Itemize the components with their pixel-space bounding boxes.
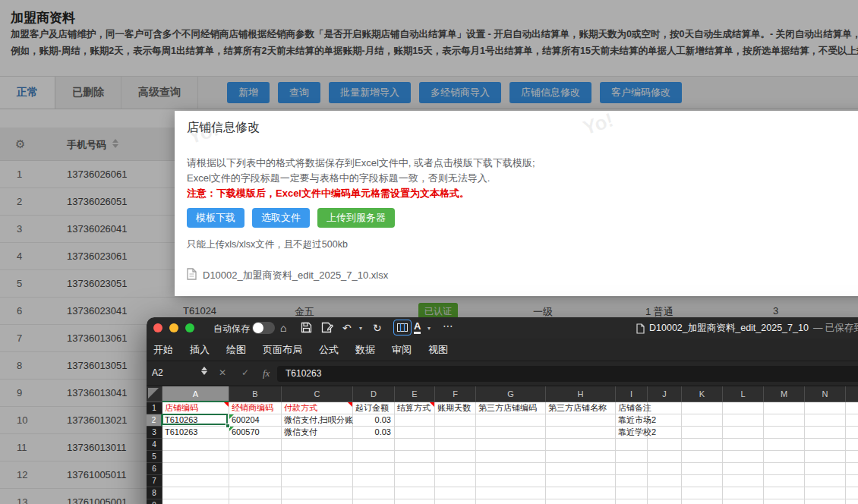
cell-F6[interactable] (435, 463, 476, 475)
font-color-icon[interactable]: A (414, 321, 421, 334)
cell-E7[interactable] (395, 475, 435, 487)
cell-A6[interactable] (162, 463, 229, 475)
cell-L7[interactable] (723, 475, 764, 487)
cell-M7[interactable] (764, 475, 805, 487)
cell-B3[interactable]: 600570 (229, 427, 282, 439)
close-window-button[interactable] (153, 323, 162, 332)
row-header-6[interactable]: 6 (147, 463, 162, 475)
cell-J2[interactable] (648, 414, 682, 427)
cell-B4[interactable] (229, 439, 282, 451)
cell-L4[interactable] (723, 439, 764, 451)
cell-I2[interactable]: 靠近市场2 (616, 414, 648, 427)
cell-P1[interactable] (846, 402, 858, 414)
cell-M1[interactable] (764, 402, 805, 414)
row-header-7[interactable]: 7 (147, 475, 162, 487)
cell-L6[interactable] (723, 463, 764, 475)
cell-L2[interactable] (723, 414, 764, 427)
cell-K4[interactable] (682, 439, 723, 451)
column-header-partial[interactable] (846, 386, 858, 402)
insert-function-icon[interactable]: fx (263, 367, 270, 380)
cell-G9[interactable] (476, 499, 546, 504)
cell-I5[interactable] (616, 451, 648, 463)
cell-P3[interactable] (846, 427, 858, 439)
cell-I3[interactable]: 靠近学校2 (616, 427, 648, 439)
cell-G1[interactable]: 第三方店铺编码 (476, 402, 546, 414)
cell-K6[interactable] (682, 463, 723, 475)
template-download-button[interactable]: 模板下载 (187, 208, 244, 228)
cell-I9[interactable] (616, 499, 648, 504)
cell-D7[interactable] (353, 475, 395, 487)
column-header-G[interactable]: G (476, 386, 546, 402)
column-header-N[interactable]: N (805, 386, 846, 402)
cell-L9[interactable] (723, 499, 764, 504)
cell-M9[interactable] (764, 499, 805, 504)
cell-B1[interactable]: 经销商编码 (229, 402, 282, 414)
cell-A2[interactable]: T610263 (162, 414, 229, 427)
cell-G2[interactable] (476, 414, 546, 427)
upload-to-server-button[interactable]: 上传到服务器 (317, 208, 395, 228)
cell-C7[interactable] (282, 475, 353, 487)
row-header-2[interactable]: 2 (147, 414, 162, 427)
menu-tab-formulas[interactable]: 公式 (319, 343, 339, 357)
cell-J1[interactable] (648, 402, 682, 414)
cell-C2[interactable]: 微信支付,扫呗分账 (282, 414, 353, 427)
cell-J7[interactable] (648, 475, 682, 487)
cell-H4[interactable] (546, 439, 616, 451)
cell-N1[interactable] (805, 402, 846, 414)
minimize-window-button[interactable] (169, 323, 178, 332)
row-header-5[interactable]: 5 (147, 451, 162, 463)
cell-D9[interactable] (353, 499, 395, 504)
cell-E3[interactable] (395, 427, 435, 439)
row-header-4[interactable]: 4 (147, 439, 162, 451)
cell-D3[interactable]: 0.03 (353, 427, 395, 439)
cell-H5[interactable] (546, 451, 616, 463)
select-all-corner[interactable] (147, 386, 162, 402)
cell-J6[interactable] (648, 463, 682, 475)
cell-E1[interactable]: 结算方式 (395, 402, 435, 414)
redo-icon[interactable]: ↻ (373, 320, 382, 335)
cell-I7[interactable] (616, 475, 648, 487)
cell-I1[interactable]: 店铺备注 (616, 402, 648, 414)
cell-J3[interactable] (648, 427, 682, 439)
fill-handle[interactable] (226, 424, 230, 428)
choose-file-button[interactable]: 选取文件 (252, 208, 310, 228)
cell-B2[interactable]: 600204 (229, 414, 282, 427)
cell-D1[interactable]: 起订金额 (353, 402, 395, 414)
cell-G7[interactable] (476, 475, 546, 487)
column-header-H[interactable]: H (546, 386, 616, 402)
menu-tab-home[interactable]: 开始 (153, 343, 173, 357)
cell-D5[interactable] (353, 451, 395, 463)
cell-B8[interactable] (229, 487, 282, 499)
cell-J8[interactable] (648, 487, 682, 499)
cell-C5[interactable] (282, 451, 353, 463)
cell-M8[interactable] (764, 487, 805, 499)
cell-H3[interactable] (546, 427, 616, 439)
menu-tab-insert[interactable]: 插入 (190, 343, 210, 357)
cell-L1[interactable] (723, 402, 764, 414)
cell-F8[interactable] (435, 487, 476, 499)
cell-P7[interactable] (846, 475, 858, 487)
name-box-spinner[interactable] (201, 367, 207, 375)
cell-P2[interactable] (846, 414, 858, 427)
cell-B9[interactable] (229, 499, 282, 504)
cell-E5[interactable] (395, 451, 435, 463)
cell-C9[interactable] (282, 499, 353, 504)
cell-N5[interactable] (805, 451, 846, 463)
menu-tab-view[interactable]: 视图 (428, 343, 448, 357)
formula-input[interactable]: T610263 (277, 366, 858, 382)
cell-G8[interactable] (476, 487, 546, 499)
cell-M3[interactable] (764, 427, 805, 439)
cell-L3[interactable] (723, 427, 764, 439)
cell-J9[interactable] (648, 499, 682, 504)
cell-K7[interactable] (682, 475, 723, 487)
cell-N6[interactable] (805, 463, 846, 475)
column-header-J[interactable]: J (648, 386, 682, 402)
cell-G6[interactable] (476, 463, 546, 475)
cell-E9[interactable] (395, 499, 435, 504)
cell-K1[interactable] (682, 402, 723, 414)
column-header-B[interactable]: B (229, 386, 282, 402)
cell-P9[interactable] (846, 499, 858, 504)
cell-D2[interactable]: 0.03 (353, 414, 395, 427)
undo-chevron-down-icon[interactable]: ▾ (359, 325, 362, 332)
cell-I4[interactable] (616, 439, 648, 451)
